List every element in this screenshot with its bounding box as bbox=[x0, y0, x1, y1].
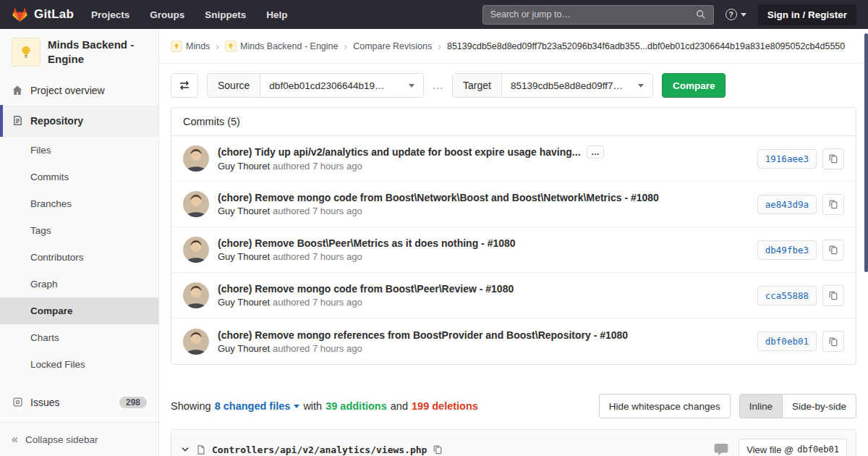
commit-title-link[interactable]: (chore) Remove Boost\Peer\Metrics as it … bbox=[218, 237, 516, 249]
scrollbar-thumb[interactable] bbox=[864, 33, 868, 272]
copy-sha-button[interactable] bbox=[822, 194, 844, 215]
inline-view-button[interactable]: Inline bbox=[739, 394, 783, 418]
swap-revisions-button[interactable] bbox=[171, 73, 198, 98]
nav-help[interactable]: Help bbox=[266, 9, 287, 20]
project-context[interactable]: Minds Backend - Engine bbox=[0, 29, 158, 76]
collapse-diff-button[interactable] bbox=[180, 444, 190, 455]
commit-sha-link[interactable]: cca55888 bbox=[757, 286, 817, 305]
commit-sha-link[interactable]: dbf0eb01 bbox=[757, 332, 817, 351]
sidebar-item-issues[interactable]: Issues 298 bbox=[0, 388, 158, 417]
commit-sha-link[interactable]: 1916aee3 bbox=[757, 149, 817, 169]
sidebar-item-branches[interactable]: Branches bbox=[0, 190, 158, 217]
copy-icon bbox=[828, 290, 838, 300]
diff-file-header: Controllers/api/v2/analytics/views.php V… bbox=[171, 429, 856, 456]
group-avatar bbox=[171, 41, 182, 52]
breadcrumb-separator: › bbox=[438, 41, 441, 52]
commit-author-avatar[interactable] bbox=[183, 145, 209, 172]
sidebar-item-tags[interactable]: Tags bbox=[0, 217, 158, 244]
collapse-sidebar-button[interactable]: « Collapse sidebar bbox=[0, 422, 158, 456]
sidebar-item-graph[interactable]: Graph bbox=[0, 271, 158, 297]
project-title: Minds Backend - Engine bbox=[48, 38, 147, 67]
copy-sha-button[interactable] bbox=[822, 331, 844, 352]
breadcrumb-compare-revisions-link[interactable]: Compare Revisions bbox=[353, 41, 432, 51]
sidebar-item-files[interactable]: Files bbox=[0, 137, 158, 164]
view-file-sha: dbf0eb01 bbox=[797, 444, 839, 455]
breadcrumb-separator: › bbox=[344, 41, 348, 52]
search-input[interactable] bbox=[490, 9, 696, 20]
repository-icon bbox=[12, 115, 23, 126]
source-revision-group: Source dbf0eb01cd2306644b19… bbox=[207, 73, 424, 98]
breadcrumb-group-link[interactable]: Minds bbox=[171, 41, 210, 52]
sidebar-item-project-overview[interactable]: Project overview bbox=[0, 76, 158, 105]
commit-title-link[interactable]: (chore) Tidy up api/v2/analytics and upd… bbox=[218, 146, 581, 158]
chevron-down-icon bbox=[409, 84, 414, 88]
commit-author-avatar[interactable] bbox=[183, 282, 209, 308]
copy-file-path-button[interactable] bbox=[433, 444, 443, 455]
breadcrumb-project-link[interactable]: Minds Backend - Engine bbox=[225, 41, 339, 52]
commit-author-link[interactable]: Guy Thouret bbox=[218, 206, 270, 216]
target-revision-group: Target 85139cdb5e8d8ed09ff7… bbox=[452, 73, 653, 98]
issues-count-badge: 298 bbox=[119, 397, 147, 408]
view-file-button[interactable]: View file @ dbf0eb01 bbox=[739, 439, 847, 456]
chevron-down-icon bbox=[741, 13, 746, 17]
sidebar-item-compare[interactable]: Compare bbox=[0, 297, 158, 324]
commits-panel-title: Commits (5) bbox=[171, 108, 856, 136]
copy-sha-button[interactable] bbox=[822, 240, 844, 261]
copy-sha-button[interactable] bbox=[822, 148, 844, 169]
nav-projects[interactable]: Projects bbox=[91, 9, 129, 20]
top-navbar: GitLab Projects Groups Snippets Help ? S… bbox=[0, 0, 868, 29]
copy-icon bbox=[828, 153, 838, 164]
hide-whitespace-button[interactable]: Hide whitespace changes bbox=[599, 394, 731, 418]
nav-snippets[interactable]: Snippets bbox=[205, 9, 246, 20]
sidebar-item-locked-files[interactable]: Locked Files bbox=[0, 351, 158, 378]
commit-author-link[interactable]: Guy Thouret bbox=[218, 297, 270, 308]
changed-files-dropdown[interactable]: 8 changed files bbox=[215, 400, 300, 412]
target-branch-dropdown[interactable]: 85139cdb5e8d8ed09ff7… bbox=[502, 74, 652, 97]
issues-icon bbox=[12, 397, 23, 408]
additions-count: 39 additions bbox=[326, 400, 387, 412]
chevron-down-icon bbox=[180, 444, 190, 455]
copy-icon bbox=[828, 245, 838, 255]
page-scrollbar[interactable] bbox=[864, 29, 868, 456]
diff-view-toggle: Inline Side-by-side bbox=[739, 394, 856, 418]
commit-author-avatar[interactable] bbox=[183, 191, 209, 217]
commit-row: (chore) Remove Boost\Peer\Metrics as it … bbox=[171, 227, 856, 273]
sidebar-item-charts[interactable]: Charts bbox=[0, 324, 158, 351]
expand-commit-description-button[interactable]: ... bbox=[587, 145, 605, 159]
file-icon bbox=[196, 444, 206, 455]
commit-sha-link[interactable]: ae843d9a bbox=[757, 195, 817, 214]
commit-author-avatar[interactable] bbox=[183, 329, 209, 355]
source-label: Source bbox=[208, 74, 260, 97]
commit-title-link[interactable]: (chore) Remove mongo code from Boost\Pee… bbox=[218, 283, 514, 295]
commit-title-link[interactable]: (chore) Remove mongo code from Boost\Net… bbox=[218, 192, 659, 203]
sign-in-button[interactable]: Sign in / Register bbox=[758, 4, 856, 25]
chevron-down-icon bbox=[638, 84, 644, 88]
question-icon: ? bbox=[726, 9, 737, 20]
breadcrumb-current-range: 85139cdb5e8d8ed09ff7b23a52096b34f6adb355… bbox=[447, 41, 845, 51]
sidebar-item-repository[interactable]: Repository bbox=[0, 105, 158, 137]
compare-button[interactable]: Compare bbox=[662, 73, 726, 98]
commit-author-avatar[interactable] bbox=[183, 237, 209, 263]
toggle-file-comments-button[interactable] bbox=[714, 442, 728, 456]
gitlab-home-link[interactable]: GitLab bbox=[12, 7, 74, 22]
commit-row: (chore) Remove mongo references from Boo… bbox=[171, 318, 856, 364]
deletions-count: 199 deletions bbox=[412, 400, 478, 412]
copy-sha-button[interactable] bbox=[822, 285, 844, 306]
source-branch-dropdown[interactable]: dbf0eb01cd2306644b19… bbox=[260, 74, 423, 97]
nav-groups[interactable]: Groups bbox=[150, 9, 184, 20]
commit-author-link[interactable]: Guy Thouret bbox=[218, 161, 270, 172]
commit-sha-link[interactable]: db49fbe3 bbox=[757, 240, 817, 260]
sidebar-item-commits[interactable]: Commits bbox=[0, 164, 158, 190]
global-search[interactable] bbox=[482, 5, 714, 25]
help-menu[interactable]: ? bbox=[726, 9, 746, 20]
commit-author-link[interactable]: Guy Thouret bbox=[218, 343, 270, 354]
commit-title-link[interactable]: (chore) Remove mongo references from Boo… bbox=[218, 329, 628, 341]
copy-icon bbox=[828, 199, 838, 209]
showing-label: Showing bbox=[171, 400, 211, 412]
file-path-link[interactable]: Controllers/api/v2/analytics/views.php bbox=[212, 444, 427, 455]
sidebar-item-contributors[interactable]: Contributors bbox=[0, 244, 158, 271]
commit-author-link[interactable]: Guy Thouret bbox=[218, 251, 270, 262]
side-by-side-view-button[interactable]: Side-by-side bbox=[783, 394, 856, 418]
diff-stats-row: Showing 8 changed files with 39 addition… bbox=[171, 394, 856, 418]
repository-subnav: Files Commits Branches Tags Contributors… bbox=[0, 137, 158, 378]
